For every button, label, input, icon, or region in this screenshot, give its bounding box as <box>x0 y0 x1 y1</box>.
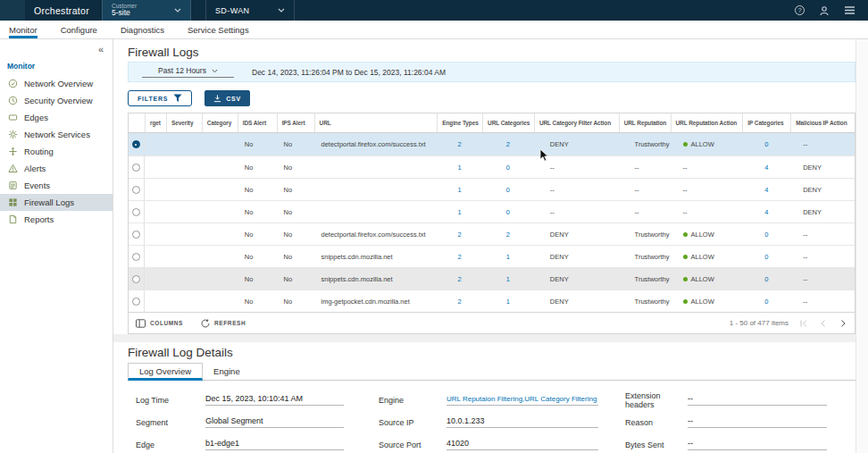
count-link[interactable]: 4 <box>764 186 768 194</box>
count-link[interactable]: 0 <box>764 253 768 261</box>
column-header-url[interactable]: URL <box>314 113 438 132</box>
row-select-radio[interactable] <box>132 186 140 194</box>
row-select-radio[interactable] <box>132 231 140 239</box>
count-link[interactable]: 1 <box>457 208 461 216</box>
cell-ips-alert: No <box>277 201 314 222</box>
customer-switcher[interactable]: Customer 5-site <box>102 0 191 21</box>
column-header-malicious-ip-action[interactable]: Malicious IP Action <box>790 113 855 132</box>
column-header-url-reputation[interactable]: URL Reputation <box>619 113 671 132</box>
count-link[interactable]: 1 <box>506 275 510 283</box>
help-icon[interactable]: ? <box>795 5 805 15</box>
count-link[interactable]: 1 <box>506 253 510 261</box>
details-tab-log-overview[interactable]: Log Overview <box>128 363 203 381</box>
sidebar-item-alerts[interactable]: Alerts <box>0 160 113 177</box>
count-link[interactable]: 0 <box>764 231 768 239</box>
cell-url <box>314 179 438 200</box>
previous-page-icon[interactable] <box>819 319 828 328</box>
cell-url-categories: 0 <box>482 156 534 178</box>
column-header-url-categories[interactable]: URL Categories <box>482 113 534 132</box>
column-header-category[interactable]: Category <box>202 113 238 132</box>
row-select-radio[interactable] <box>132 140 140 148</box>
cell-url: snippets.cdn.mozilla.net <box>314 246 438 267</box>
cell-url-categories: 1 <box>482 268 534 289</box>
details-tab-engine[interactable]: Engine <box>203 364 251 380</box>
column-header-severity[interactable]: Severity <box>166 113 202 132</box>
detail-label: Edge <box>136 440 205 449</box>
table-row[interactable]: NoNosnippets.cdn.mozilla.net21DENYTrustw… <box>129 245 855 267</box>
sidebar-item-routing[interactable]: Routing <box>0 143 113 160</box>
refresh-icon <box>201 319 210 328</box>
tab-configure[interactable]: Configure <box>61 21 97 38</box>
filters-button[interactable]: FILTERS <box>128 90 192 106</box>
tab-diagnostics[interactable]: Diagnostics <box>121 21 164 38</box>
row-select-radio[interactable] <box>132 275 140 283</box>
column-header-target[interactable]: rget <box>145 113 166 132</box>
sidebar-item-network-overview[interactable]: Network Overview <box>0 75 113 92</box>
product-switcher[interactable]: SD-WAN <box>205 0 295 21</box>
sidebar-item-edges[interactable]: Edges <box>0 109 113 126</box>
row-select-radio[interactable] <box>132 298 140 306</box>
sidebar-item-network-services[interactable]: Network Services <box>0 126 113 143</box>
column-header-ids-alert[interactable]: IDS Alert <box>238 113 277 132</box>
column-header-url-category-filter-action[interactable]: URL Category Filter Action <box>534 113 619 132</box>
table-row[interactable]: NoNosnippets.cdn.mozilla.net21DENYTrustw… <box>129 267 855 289</box>
column-header-engine-types[interactable]: Engine Types <box>437 113 482 132</box>
count-link[interactable]: 4 <box>764 164 768 172</box>
detail-label: Reason <box>625 418 688 427</box>
sidebar-item-security-overview[interactable]: Security Overview <box>0 92 113 109</box>
count-link[interactable]: 1 <box>457 186 461 194</box>
count-link[interactable]: 2 <box>457 231 461 239</box>
first-page-icon[interactable] <box>799 319 808 328</box>
user-icon[interactable] <box>819 5 830 16</box>
count-link[interactable]: 0 <box>506 208 510 216</box>
column-header-ips-alert[interactable]: IPS Alert <box>277 113 314 132</box>
row-select-radio[interactable] <box>132 253 140 261</box>
table-row[interactable]: NoNodetectportal.firefox.com/success.txt… <box>129 133 855 155</box>
column-header-url-reputation-action[interactable]: URL Reputation Action <box>671 113 743 132</box>
cell-engine-types: 1 <box>437 156 482 178</box>
collapse-sidebar-icon[interactable]: « <box>0 39 113 56</box>
cell-target <box>145 179 166 200</box>
row-select-radio[interactable] <box>132 208 140 216</box>
tab-monitor[interactable]: Monitor <box>9 21 38 38</box>
count-link[interactable]: 0 <box>506 186 510 194</box>
cell-url-category-filter-action: DENY <box>534 223 619 245</box>
count-link[interactable]: 2 <box>506 231 510 239</box>
count-link[interactable]: 4 <box>764 208 768 216</box>
count-link[interactable]: 0 <box>506 164 510 172</box>
sidebar-item-label: Security Overview <box>24 96 93 105</box>
next-page-icon[interactable] <box>839 319 847 328</box>
refresh-button[interactable]: REFRESH <box>201 319 246 328</box>
count-link[interactable]: 0 <box>764 275 768 283</box>
sidebar-item-events[interactable]: Events <box>0 177 113 194</box>
row-select-radio[interactable] <box>132 164 140 172</box>
count-link[interactable]: 0 <box>764 298 768 306</box>
column-header-radio[interactable] <box>129 113 145 132</box>
table-row[interactable]: NoNo10------4DENY <box>129 178 855 200</box>
edges-icon <box>7 113 18 123</box>
table-row[interactable]: NoNo10------4DENY <box>129 200 855 222</box>
cell-engine-types: 2 <box>437 290 482 312</box>
time-range-select[interactable]: Past 12 Hours <box>142 66 234 78</box>
detail-value[interactable]: URL Reputaion Filtering,URL Category Fil… <box>447 395 598 406</box>
sidebar-item-reports[interactable]: Reports <box>0 211 113 228</box>
count-link[interactable]: 1 <box>506 298 510 306</box>
table-row[interactable]: NoNoimg-getpocket.cdn.mozilla.net21DENYT… <box>129 289 855 312</box>
sidebar-item-firewall-logs[interactable]: Firewall Logs <box>0 194 113 211</box>
table-row[interactable]: NoNo10------4DENY <box>129 155 855 178</box>
count-link[interactable]: 2 <box>457 140 461 148</box>
count-link[interactable]: 1 <box>457 164 461 172</box>
page-scrollbar[interactable] <box>855 39 868 453</box>
count-link[interactable]: 2 <box>457 253 461 261</box>
detail-value: -- <box>688 416 827 428</box>
columns-button[interactable]: COLUMNS <box>136 319 183 328</box>
table-row[interactable]: NoNodetectportal.firefox.com/success.txt… <box>129 222 855 245</box>
csv-button[interactable]: CSV <box>204 90 250 106</box>
count-link[interactable]: 2 <box>457 275 461 283</box>
menu-icon[interactable] <box>844 5 855 15</box>
count-link[interactable]: 2 <box>457 298 461 306</box>
tab-service-settings[interactable]: Service Settings <box>188 21 249 38</box>
count-link[interactable]: 0 <box>764 140 768 148</box>
column-header-ip-categories[interactable]: IP Categories <box>742 113 790 132</box>
count-link[interactable]: 2 <box>506 140 510 148</box>
